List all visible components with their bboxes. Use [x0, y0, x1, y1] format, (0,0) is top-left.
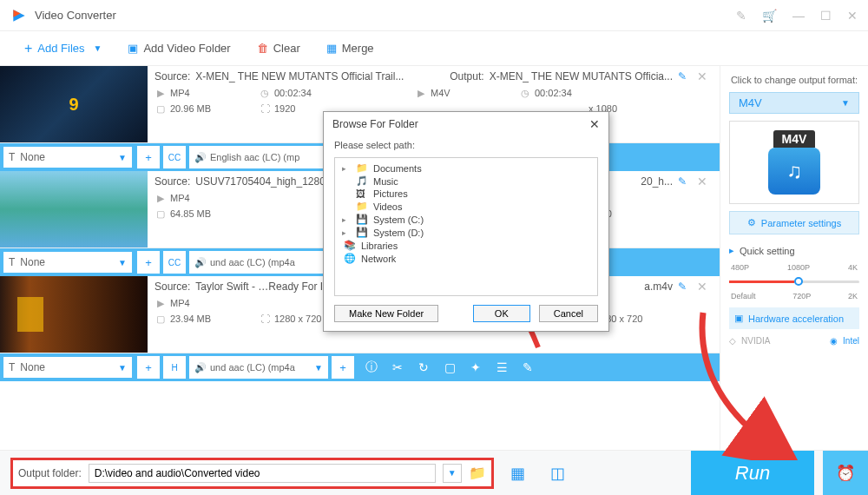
make-new-folder-button[interactable]: Make New Folder [334, 305, 438, 322]
app-title: Video Converter [35, 9, 736, 22]
folder-tree[interactable]: ▸📁Documents🎵Music🖼Pictures📁Videos▸💾Syste… [334, 157, 598, 296]
format-icon: ▶ [155, 192, 167, 204]
bottom-bar: Output folder: ▼ 📁 ▦ ◫ Run ⏰ [0, 450, 868, 495]
tool-wand-icon[interactable]: ✎ [736, 9, 746, 23]
format-icon: ▶ [415, 87, 427, 99]
output-format-select[interactable]: M4V ▼ [729, 92, 859, 114]
audio-track-select[interactable]: 🔊und aac (LC) (mp4a▼ [189, 356, 328, 379]
edit-icon[interactable]: ✎ [678, 280, 687, 293]
merge-button[interactable]: ▦ Merge [318, 38, 383, 58]
rotate-icon[interactable]: ↻ [411, 355, 436, 380]
m4v-badge: M4V [773, 130, 816, 148]
browse-folder-dialog: Browse For Folder ✕ Please select path: … [323, 111, 609, 332]
add-subtitle-button[interactable]: + [137, 251, 160, 274]
video-thumbnail[interactable] [0, 276, 148, 353]
chevron-down-icon: ▼ [118, 258, 127, 267]
resolution-icon: ⛶ [259, 102, 271, 115]
close-icon[interactable]: ✕ [847, 9, 858, 23]
chip-icon: ▣ [734, 313, 743, 324]
source-filename: X-MEN_ THE NEW MUTANTS Official Trail... [195, 70, 404, 82]
output-folder-dropdown[interactable]: ▼ [443, 464, 462, 483]
video-thumbnail[interactable] [0, 66, 148, 142]
remove-icon[interactable]: ✕ [692, 69, 713, 83]
tree-item[interactable]: ▸💾System (C:) [339, 213, 594, 226]
video-thumbnail[interactable] [0, 171, 148, 248]
subtitle-icon[interactable]: ☰ [490, 355, 514, 380]
cart-icon[interactable]: 🛒 [762, 9, 777, 23]
file-options-bar: TNone▼ + H 🔊und aac (LC) (mp4a▼ + ⓘ ✂ ↻ … [0, 353, 720, 381]
tree-item[interactable]: ▸📁Documents [339, 162, 594, 175]
audio-track-select[interactable]: 🔊English aac (LC) (mp [189, 146, 328, 168]
schedule-button[interactable]: ⏰ [823, 451, 868, 496]
chevron-down-icon[interactable]: ▼ [94, 43, 102, 53]
format-label: Click to change output format: [729, 75, 859, 85]
hd-button[interactable]: H [163, 356, 186, 379]
right-panel: Click to change output format: M4V ▼ M4V… [720, 66, 868, 450]
audio-track-select[interactable]: 🔊und aac (LC) (mp4a [189, 251, 328, 274]
edit-icon[interactable]: ✎ [678, 70, 687, 82]
sliders-icon: ⚙ [747, 217, 756, 228]
dialog-title: Browse For Folder [332, 118, 418, 130]
tree-item[interactable]: 🖼Pictures [339, 188, 594, 200]
add-subtitle-button[interactable]: + [137, 356, 160, 379]
browse-folder-icon[interactable]: 📁 [469, 465, 486, 481]
speaker-icon: 🔊 [194, 152, 207, 163]
dialog-prompt: Please select path: [324, 136, 608, 157]
maximize-icon[interactable]: ☐ [820, 9, 832, 23]
filesize-icon: ▢ [155, 208, 167, 220]
format-icon: ▶ [155, 87, 167, 99]
rename-select[interactable]: TNone▼ [3, 251, 133, 274]
gpu-indicators: ◇NVIDIA ◉Intel [729, 336, 859, 346]
chevron-down-icon: ▼ [118, 153, 127, 162]
crop-icon[interactable]: ▢ [437, 355, 462, 380]
parameter-settings-button[interactable]: ⚙ Parameter settings [729, 211, 859, 234]
run-button[interactable]: Run [691, 451, 814, 496]
edit-icon[interactable]: ✎ [678, 175, 687, 188]
titlebar: Video Converter ✎ 🛒 — ☐ ✕ [0, 0, 868, 31]
main-toolbar: + Add Files ▼ ▣ Add Video Folder 🗑 Clear… [0, 31, 868, 66]
tree-item[interactable]: ▸📚Libraries [339, 239, 594, 252]
chevron-down-icon: ▼ [841, 98, 850, 108]
output-filename: X-MEN_ THE NEW MUTANTS Officia... [490, 70, 673, 82]
info-icon[interactable]: ⓘ [359, 355, 384, 380]
hardware-accel-toggle[interactable]: ▣ Hardware acceleration [729, 307, 859, 329]
rename-select[interactable]: TNone▼ [3, 146, 133, 168]
effects-icon[interactable]: ✦ [464, 355, 488, 380]
cut-icon[interactable]: ✂ [385, 355, 410, 380]
output-folder-input[interactable] [89, 464, 436, 483]
film-icon[interactable]: ▦ [503, 458, 534, 489]
add-audio-button[interactable]: + [332, 356, 354, 379]
snapshot-icon[interactable]: ◫ [542, 458, 574, 489]
cc-button[interactable]: CC [163, 251, 186, 274]
add-video-folder-button[interactable]: ▣ Add Video Folder [119, 38, 239, 58]
chevron-down-icon: ▼ [118, 363, 127, 373]
quick-setting-label: ▸ Quick setting [729, 245, 859, 256]
cc-button[interactable]: CC [163, 146, 186, 168]
add-subtitle-button[interactable]: + [137, 146, 160, 168]
cancel-button[interactable]: Cancel [539, 305, 598, 322]
dialog-close-icon[interactable]: ✕ [589, 117, 600, 131]
arrow-icon: ▸ [729, 245, 734, 256]
remove-icon[interactable]: ✕ [692, 280, 713, 294]
folder-video-icon: ▣ [128, 42, 138, 55]
filesize-icon: ▢ [155, 313, 167, 325]
tree-item[interactable]: ▸🌐Network [339, 252, 594, 265]
watermark-icon[interactable]: ✎ [516, 355, 540, 380]
format-icon: ▶ [155, 297, 167, 309]
rename-select[interactable]: TNone▼ [3, 356, 133, 379]
filesize-icon: ▢ [155, 102, 167, 115]
minimize-icon[interactable]: — [792, 9, 805, 23]
tree-item[interactable]: ▸💾System (D:) [339, 226, 594, 239]
tree-item[interactable]: 🎵Music [339, 175, 594, 188]
speaker-icon: 🔊 [194, 257, 207, 268]
chevron-down-icon: ▼ [314, 363, 323, 373]
clear-button[interactable]: 🗑 Clear [248, 38, 309, 58]
tree-item[interactable]: 📁Videos [339, 200, 594, 213]
add-files-button[interactable]: + Add Files ▼ [16, 37, 110, 60]
output-folder-label: Output folder: [18, 467, 82, 479]
clock-icon: ◷ [259, 87, 271, 99]
output-folder-box: Output folder: ▼ 📁 [10, 458, 494, 489]
remove-icon[interactable]: ✕ [692, 175, 713, 188]
ok-button[interactable]: OK [473, 305, 530, 322]
quality-slider[interactable] [729, 280, 859, 283]
